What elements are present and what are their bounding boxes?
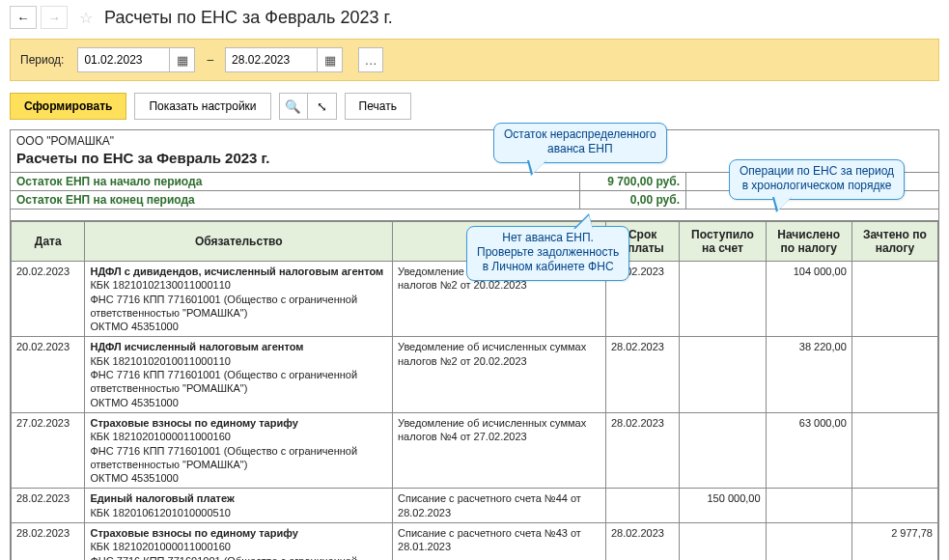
cell-accrued: 63 000,00	[766, 412, 851, 488]
print-button[interactable]: Печать	[345, 93, 411, 120]
cell-document: Уведомление об исчисленных суммах налого…	[393, 412, 606, 488]
col-received: Поступило на счет	[680, 222, 766, 262]
obligation-title: Страховые взносы по единому тарифу	[90, 416, 387, 430]
cell-document: Уведомление об исчисленных суммах налого…	[393, 337, 606, 412]
period-to-calendar-button[interactable]: ▦	[318, 47, 343, 72]
show-settings-button[interactable]: Показать настройки	[134, 93, 270, 120]
period-dash: –	[207, 53, 213, 67]
cell-date: 20.02.2023	[12, 262, 85, 337]
obligation-detail: ФНС 7716 КПП 771601001 (Общество с огран…	[90, 444, 387, 472]
cell-obligation: НДФЛ с дивидендов, исчисленный налоговым…	[85, 262, 393, 337]
obligation-detail: КБК 18201061201010000510	[90, 506, 387, 519]
nav-back-button[interactable]: ←	[10, 6, 37, 29]
callout-text: в хронологическом порядке	[740, 179, 894, 193]
period-from-input[interactable]	[77, 47, 170, 72]
favorite-star-icon[interactable]: ☆	[79, 9, 93, 27]
cell-due	[605, 489, 679, 523]
cell-credited	[851, 489, 937, 523]
callout-text: Проверьте задолженность	[477, 245, 619, 260]
balance-start-value: 9 700,00 руб.	[580, 173, 686, 190]
balance-end-value: 0,00 руб.	[580, 191, 686, 209]
org-name: ООО "РОМАШКА"	[16, 134, 933, 148]
cell-received	[680, 337, 766, 412]
cell-credited: 2 977,78	[851, 523, 937, 560]
cell-accrued	[766, 523, 851, 560]
cell-obligation: НДФЛ исчисленный налоговым агентомКБК 18…	[85, 337, 393, 412]
balance-start-label: Остаток ЕНП на начало периода	[11, 173, 580, 190]
calendar-icon: ▦	[324, 53, 336, 68]
obligation-title: Единый налоговый платеж	[90, 491, 387, 505]
cell-document: Списание с расчетного счета №44 от 28.02…	[393, 489, 606, 523]
callout-no-advance: Нет аванса ЕНП. Проверьте задолженность …	[466, 226, 629, 281]
cell-due: 28.02.2023	[605, 337, 679, 412]
arrow-left-icon: ←	[16, 11, 29, 25]
ellipsis-icon: …	[364, 53, 377, 68]
cell-credited	[851, 262, 937, 337]
col-credited: Зачтено по налогу	[851, 222, 937, 262]
obligation-detail: ФНС 7716 КПП 771601001 (Общество с огран…	[90, 368, 387, 396]
cell-obligation: Страховые взносы по единому тарифуКБК 18…	[85, 412, 393, 488]
obligation-title: НДФЛ с дивидендов, исчисленный налоговым…	[90, 265, 387, 278]
table-row[interactable]: 28.02.2023Страховые взносы по единому та…	[12, 523, 938, 560]
obligation-detail: ОКТМО 45351000	[90, 471, 387, 485]
obligation-detail: КБК 18210201000011000160	[90, 540, 387, 553]
callout-text: Нет аванса ЕНП.	[477, 231, 619, 245]
col-date: Дата	[12, 222, 85, 262]
col-accrued: Начислено по налогу	[766, 222, 851, 262]
obligation-title: Страховые взносы по единому тарифу	[90, 526, 387, 540]
cell-due: 28.02.2023	[605, 523, 679, 560]
callout-text: аванса ЕНП	[504, 142, 656, 156]
cell-accrued: 104 000,00	[766, 262, 851, 337]
obligation-detail: КБК 18210201000011000160	[90, 430, 387, 443]
obligation-detail: КБК 18210102130011000110	[90, 278, 387, 292]
period-picker-button[interactable]: …	[358, 47, 383, 72]
cell-date: 28.02.2023	[12, 523, 85, 560]
cell-credited	[851, 337, 937, 412]
callout-text: в Личном кабинете ФНС	[477, 260, 619, 274]
cell-obligation: Единый налоговый платежКБК 1820106120101…	[85, 489, 393, 523]
nav-forward-button[interactable]: →	[41, 6, 68, 29]
cell-received: 150 000,00	[680, 489, 766, 523]
calendar-icon: ▦	[177, 53, 188, 68]
obligation-detail: КБК 18210102010011000110	[90, 354, 387, 368]
period-bar: Период: ▦ – ▦ …	[10, 39, 939, 81]
find-button[interactable]: 🔍	[279, 93, 308, 120]
cell-document: Списание с расчетного счета №43 от 28.01…	[393, 523, 606, 560]
toolbar: Сформировать Показать настройки 🔍 ⤡ Печа…	[0, 85, 949, 127]
search-icon: 🔍	[285, 99, 301, 114]
cell-date: 28.02.2023	[12, 489, 85, 523]
balance-end-label: Остаток ЕНП на конец периода	[11, 191, 580, 209]
collapse-button[interactable]: ⤡	[308, 93, 337, 120]
cell-received	[680, 523, 766, 560]
page-title: Расчеты по ЕНС за Февраль 2023 г.	[104, 8, 393, 28]
col-obligation: Обязательство	[85, 222, 393, 262]
callout-text: Остаток нераспределенного	[504, 127, 656, 142]
table-row[interactable]: 28.02.2023Единый налоговый платежКБК 182…	[12, 489, 938, 523]
cell-date: 27.02.2023	[12, 412, 85, 488]
report-area: Остаток нераспределенного аванса ЕНП Опе…	[10, 129, 939, 560]
callout-operations: Операции по ЕНС за период в хронологичес…	[729, 159, 905, 200]
obligation-title: НДФЛ исчисленный налоговым агентом	[90, 340, 387, 353]
table-row[interactable]: 27.02.2023Страховые взносы по единому та…	[12, 412, 938, 488]
period-label: Период:	[20, 53, 64, 67]
cell-due: 28.02.2023	[605, 412, 679, 488]
cell-received	[680, 262, 766, 337]
obligation-detail: ОКТМО 45351000	[90, 320, 387, 333]
obligation-detail: ОКТМО 45351000	[90, 396, 387, 409]
obligation-detail: ФНС 7716 КПП 771601001 (Общество с огран…	[90, 293, 387, 321]
period-from-calendar-button[interactable]: ▦	[170, 47, 195, 72]
table-row[interactable]: 20.02.2023НДФЛ исчисленный налоговым аге…	[12, 337, 938, 412]
obligation-detail: ФНС 7716 КПП 771601001 (Общество с огран…	[90, 554, 387, 560]
generate-button[interactable]: Сформировать	[10, 93, 126, 120]
cell-received	[680, 412, 766, 488]
arrow-right-icon: →	[47, 11, 60, 25]
callout-text: Операции по ЕНС за период	[740, 164, 894, 179]
cell-accrued: 38 220,00	[766, 337, 851, 412]
collapse-icon: ⤡	[317, 99, 327, 114]
cell-obligation: Страховые взносы по единому тарифуКБК 18…	[85, 523, 393, 560]
cell-date: 20.02.2023	[12, 337, 85, 412]
cell-credited	[851, 412, 937, 488]
cell-accrued	[766, 489, 851, 523]
period-to-input[interactable]	[225, 47, 318, 72]
callout-balance-start: Остаток нераспределенного аванса ЕНП	[493, 123, 667, 163]
